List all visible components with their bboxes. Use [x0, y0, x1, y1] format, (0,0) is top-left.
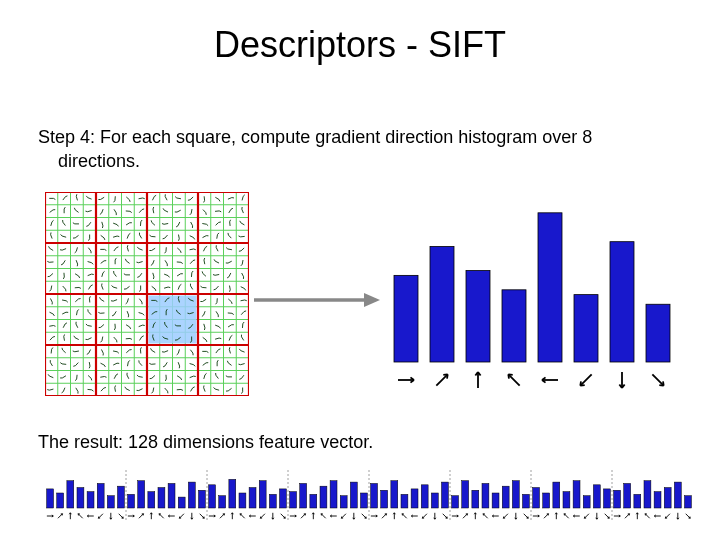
svg-rect-591 [47, 489, 54, 508]
svg-line-578 [508, 374, 512, 375]
svg-line-851 [686, 514, 691, 519]
svg-rect-565 [610, 242, 634, 362]
gradient-grid-figure [45, 192, 249, 396]
step-line-1: Step 4: For each square, compute gradien… [38, 127, 592, 147]
svg-line-612 [98, 514, 103, 519]
svg-rect-739 [411, 489, 418, 508]
svg-line-645 [179, 514, 184, 519]
svg-line-244 [153, 277, 154, 279]
svg-line-380 [204, 328, 205, 330]
svg-line-588 [652, 374, 663, 385]
svg-line-810 [584, 514, 589, 519]
svg-rect-764 [472, 490, 479, 508]
svg-rect-677 [259, 481, 266, 508]
direction-histogram [390, 200, 680, 400]
highlighted-cell [149, 296, 197, 344]
svg-line-286 [214, 289, 216, 290]
svg-line-703 [321, 514, 326, 519]
svg-rect-665 [229, 479, 236, 508]
direction-arrows-row [398, 372, 664, 388]
svg-rect-661 [219, 496, 226, 508]
svg-rect-727 [381, 490, 388, 508]
svg-rect-850 [684, 496, 691, 508]
svg-line-482 [238, 364, 240, 365]
svg-rect-669 [239, 493, 246, 508]
svg-line-653 [200, 514, 205, 519]
result-description: The result: 128 dimensions feature vecto… [38, 432, 373, 453]
svg-rect-673 [249, 488, 256, 508]
svg-line-794 [544, 514, 549, 519]
svg-rect-562 [502, 290, 526, 362]
svg-line-582 [580, 374, 591, 385]
svg-line-346 [187, 313, 189, 314]
svg-rect-743 [421, 485, 428, 508]
svg-rect-624 [128, 494, 135, 508]
svg-rect-563 [538, 213, 562, 362]
svg-line-570 [436, 374, 447, 385]
svg-line-719 [362, 514, 367, 519]
feature-vector-bar-groups [47, 470, 692, 520]
svg-rect-559 [394, 275, 418, 362]
svg-rect-681 [269, 494, 276, 508]
step-description: Step 4: For each square, compute gradien… [38, 125, 680, 174]
svg-line-736 [402, 514, 407, 519]
svg-rect-834 [644, 481, 651, 508]
svg-rect-793 [543, 493, 550, 508]
svg-line-490 [91, 378, 92, 380]
svg-line-711 [341, 514, 346, 519]
svg-rect-710 [340, 496, 347, 508]
page-title: Descriptors - SIFT [0, 24, 720, 66]
svg-line-456 [73, 366, 75, 367]
svg-line-74 [85, 211, 87, 212]
svg-rect-817 [603, 489, 610, 508]
svg-line-785 [524, 514, 529, 519]
svg-line-176 [127, 245, 128, 247]
svg-line-142 [117, 236, 119, 237]
svg-rect-714 [350, 482, 357, 508]
svg-rect-735 [401, 494, 408, 508]
svg-line-82 [142, 209, 144, 210]
svg-line-802 [564, 514, 569, 519]
svg-rect-801 [563, 492, 570, 508]
svg-line-637 [159, 514, 164, 519]
svg-rect-772 [492, 493, 499, 508]
svg-rect-690 [290, 492, 297, 508]
svg-line-620 [119, 514, 124, 519]
svg-line-584 [580, 381, 581, 385]
svg-rect-702 [320, 486, 327, 508]
svg-rect-644 [178, 497, 185, 508]
svg-rect-813 [593, 485, 600, 508]
svg-rect-599 [67, 481, 74, 508]
svg-line-769 [483, 514, 488, 519]
svg-rect-607 [87, 492, 94, 508]
svg-line-524 [104, 387, 106, 388]
svg-rect-640 [168, 483, 175, 508]
svg-rect-805 [573, 481, 580, 508]
svg-rect-809 [583, 496, 590, 508]
step-line-2: directions. [38, 149, 680, 173]
svg-line-695 [301, 514, 306, 519]
svg-rect-652 [198, 490, 205, 508]
svg-line-312 [178, 296, 179, 298]
svg-rect-615 [107, 496, 114, 508]
svg-rect-747 [431, 493, 438, 508]
svg-rect-657 [209, 485, 216, 508]
svg-line-843 [665, 514, 670, 519]
svg-rect-632 [148, 492, 155, 508]
svg-line-827 [625, 514, 630, 519]
svg-rect-603 [77, 488, 84, 508]
svg-line-218 [193, 260, 195, 261]
svg-rect-694 [300, 483, 307, 508]
svg-rect-685 [279, 489, 286, 508]
svg-rect-718 [360, 493, 367, 508]
svg-rect-648 [188, 482, 195, 508]
svg-line-320 [231, 302, 232, 304]
svg-line-210 [136, 262, 138, 263]
svg-line-572 [447, 374, 448, 378]
svg-rect-776 [502, 486, 509, 508]
svg-rect-706 [330, 481, 337, 508]
svg-rect-760 [462, 481, 469, 508]
svg-line-40 [76, 194, 77, 196]
svg-rect-731 [391, 481, 398, 508]
svg-line-590 [659, 385, 663, 386]
